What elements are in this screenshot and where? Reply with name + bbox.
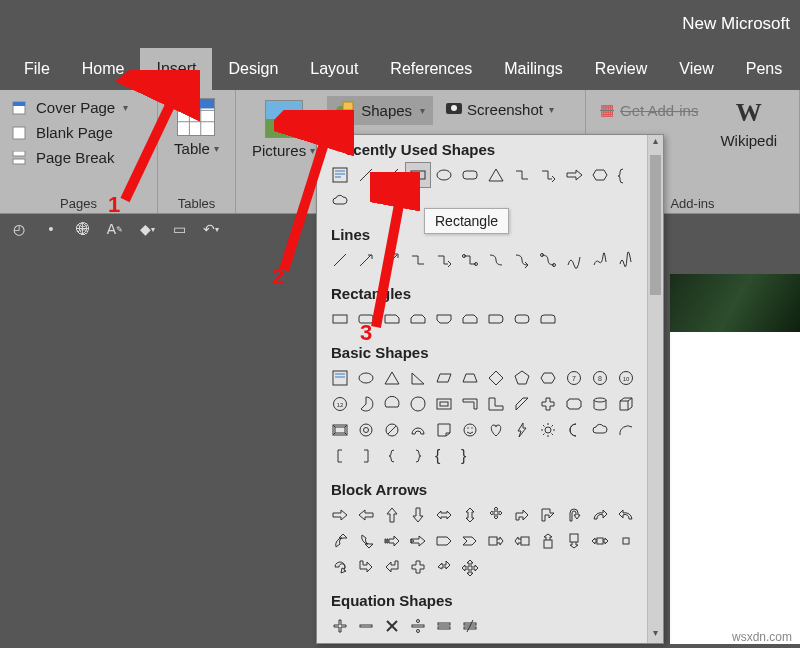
shape-scribble[interactable]: [561, 247, 587, 273]
shape-textbox2[interactable]: [327, 365, 353, 391]
shape-brace[interactable]: [613, 162, 639, 188]
shape-line-plain[interactable]: [327, 247, 353, 273]
shape-octagon[interactable]: 8: [587, 365, 613, 391]
shape-parallelogram[interactable]: [431, 365, 457, 391]
shape-textbox[interactable]: [327, 162, 353, 188]
tab-design[interactable]: Design: [212, 48, 294, 90]
shape-line-double[interactable]: [379, 247, 405, 273]
tab-review[interactable]: Review: [579, 48, 663, 90]
shape-elbow-arrow-conn[interactable]: [431, 247, 457, 273]
blank-page-button[interactable]: Blank Page: [8, 121, 149, 144]
shape-brace-pair-l[interactable]: {: [431, 443, 457, 469]
shape-free-scribble[interactable]: [613, 247, 639, 273]
qat-font-icon[interactable]: A✎: [106, 220, 124, 238]
tab-layout[interactable]: Layout: [294, 48, 374, 90]
shape-pentagon[interactable]: [509, 365, 535, 391]
shape-arr-circular[interactable]: [327, 554, 353, 580]
shape-arr-callout-d[interactable]: [561, 528, 587, 554]
shape-arr-callout-lr[interactable]: [587, 528, 613, 554]
shape-arr-extra2[interactable]: [457, 554, 483, 580]
shape-frame[interactable]: [431, 391, 457, 417]
shape-rect8[interactable]: [509, 306, 535, 332]
shape-cloud[interactable]: [327, 188, 353, 214]
shape-rect4[interactable]: [405, 306, 431, 332]
shape-curve-double[interactable]: [535, 247, 561, 273]
table-button[interactable]: Table ▾: [166, 94, 227, 161]
shape-can[interactable]: [587, 391, 613, 417]
qat-save-icon[interactable]: ◴: [10, 220, 28, 238]
tab-view[interactable]: View: [663, 48, 729, 90]
shape-rect1[interactable]: [327, 306, 353, 332]
shape-elbow[interactable]: [509, 162, 535, 188]
shape-dodecagon[interactable]: 12: [327, 391, 353, 417]
tab-home[interactable]: Home: [66, 48, 141, 90]
cover-page-button[interactable]: Cover Page ▾: [8, 96, 149, 119]
shape-triangle2[interactable]: [379, 365, 405, 391]
shape-lshape[interactable]: [483, 391, 509, 417]
wikipedia-button[interactable]: W Wikipedi: [716, 98, 781, 151]
shape-brace-pair-r[interactable]: }: [457, 443, 483, 469]
shape-arr-plus[interactable]: [405, 554, 431, 580]
shape-line2[interactable]: [379, 162, 405, 188]
shape-rtriangle[interactable]: [405, 365, 431, 391]
shape-donut[interactable]: [353, 417, 379, 443]
shape-blockarc[interactable]: [405, 417, 431, 443]
shape-arr-bent3[interactable]: [353, 554, 379, 580]
shape-arr-extra1[interactable]: [431, 554, 457, 580]
scroll-up-icon[interactable]: ▴: [648, 135, 663, 151]
shape-arr-ud[interactable]: [457, 502, 483, 528]
shape-arr-bent4[interactable]: [379, 554, 405, 580]
shape-rect7[interactable]: [483, 306, 509, 332]
shape-halfframe[interactable]: [457, 391, 483, 417]
shape-eq-minus[interactable]: [353, 613, 379, 639]
shape-arr-curve-u[interactable]: [327, 528, 353, 554]
tab-pens[interactable]: Pens: [730, 48, 798, 90]
shape-eq-divide[interactable]: [405, 613, 431, 639]
shape-line-arrow[interactable]: [353, 247, 379, 273]
shape-elbow-double[interactable]: [457, 247, 483, 273]
shape-arr-bent2[interactable]: [535, 502, 561, 528]
shape-cube[interactable]: [613, 391, 639, 417]
tab-insert[interactable]: Insert: [140, 48, 212, 90]
shape-brace-r[interactable]: [405, 443, 431, 469]
shape-bevel[interactable]: [327, 417, 353, 443]
shape-curve-conn[interactable]: [483, 247, 509, 273]
qat-web-icon[interactable]: 🌐︎: [74, 220, 92, 238]
shape-teardrop[interactable]: [405, 391, 431, 417]
tab-mailings[interactable]: Mailings: [488, 48, 579, 90]
shape-eq-plus[interactable]: [327, 613, 353, 639]
shape-rect6[interactable]: [457, 306, 483, 332]
shape-decagon[interactable]: 10: [613, 365, 639, 391]
page-break-button[interactable]: Page Break: [8, 146, 149, 169]
get-addins-button[interactable]: ▦ Get Add-ins: [594, 98, 704, 122]
shape-lightning[interactable]: [509, 417, 535, 443]
shape-arr-callout-quad[interactable]: [613, 528, 639, 554]
screenshot-button[interactable]: Screenshot ▾: [439, 96, 560, 123]
shape-arr-left[interactable]: [353, 502, 379, 528]
shape-rectangle[interactable]: [405, 162, 431, 188]
shape-arr-striped[interactable]: [379, 528, 405, 554]
tab-file[interactable]: File: [0, 48, 66, 90]
shape-pie[interactable]: [353, 391, 379, 417]
shape-cloud2[interactable]: [587, 417, 613, 443]
shape-nosymbol[interactable]: [379, 417, 405, 443]
shape-folded[interactable]: [431, 417, 457, 443]
shape-arr-bent1[interactable]: [509, 502, 535, 528]
tab-references[interactable]: References: [374, 48, 488, 90]
scrollbar[interactable]: ▴ ▾: [647, 135, 663, 643]
shape-eq-multiply[interactable]: [379, 613, 405, 639]
shape-brace-l[interactable]: [379, 443, 405, 469]
shape-arr-callout-u[interactable]: [535, 528, 561, 554]
shape-rect9[interactable]: [535, 306, 561, 332]
shape-sun[interactable]: [535, 417, 561, 443]
shape-diamond[interactable]: [483, 365, 509, 391]
shape-elbow-conn[interactable]: [405, 247, 431, 273]
shape-rounded-rect[interactable]: [457, 162, 483, 188]
shape-eq-notequal[interactable]: [457, 613, 483, 639]
shape-triangle[interactable]: [483, 162, 509, 188]
shape-arr-quad[interactable]: [483, 502, 509, 528]
shape-diagstripe[interactable]: [509, 391, 535, 417]
shape-arr-callout-l[interactable]: [509, 528, 535, 554]
shape-plaque[interactable]: [561, 391, 587, 417]
shape-arr-lr[interactable]: [431, 502, 457, 528]
